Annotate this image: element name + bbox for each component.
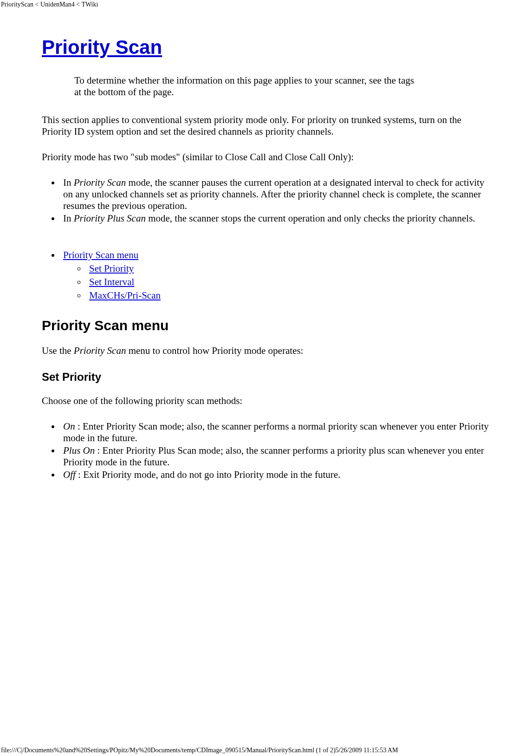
mode-list: In Priority Scan mode, the scanner pause… xyxy=(60,177,490,224)
page-title: Priority Scan xyxy=(42,36,490,59)
toc-item: Priority Scan menu Set Priority Set Inte… xyxy=(60,249,490,301)
text: In xyxy=(63,177,74,188)
text: Use the xyxy=(42,345,74,356)
method-name: Off xyxy=(63,469,76,480)
list-item: In Priority Plus Scan mode, the scanner … xyxy=(60,213,490,224)
text: : Enter Priority Scan mode; also, the sc… xyxy=(63,421,489,443)
method-name: On xyxy=(63,421,75,432)
toc-subitem: Set Priority xyxy=(86,263,490,274)
list-item: Off : Exit Priority mode, and do not go … xyxy=(60,469,490,481)
text: : Exit Priority mode, and do not go into… xyxy=(76,469,340,480)
page-content: Priority Scan To determine whether the i… xyxy=(0,8,532,508)
paragraph-submodes: Priority mode has two "sub modes" (simil… xyxy=(42,151,490,163)
heading-priority-scan-menu: Priority Scan menu xyxy=(42,318,490,333)
paragraph-applies: This section applies to conventional sys… xyxy=(42,114,490,137)
menu-name: Priority Scan xyxy=(74,345,126,356)
intro-paragraph: To determine whether the information on … xyxy=(74,75,421,98)
toc-link-maxchs[interactable]: MaxCHs/Pri-Scan xyxy=(89,290,161,301)
text: mode, the scanner pauses the current ope… xyxy=(63,177,484,211)
toc-link-priority-scan-menu[interactable]: Priority Scan menu xyxy=(63,249,138,261)
toc-subitem: MaxCHs/Pri-Scan xyxy=(86,290,490,301)
list-item: On : Enter Priority Scan mode; also, the… xyxy=(60,421,490,444)
text: : Enter Priority Plus Scan mode; also, t… xyxy=(63,445,484,468)
title-link[interactable]: Priority Scan xyxy=(42,36,162,58)
method-list: On : Enter Priority Scan mode; also, the… xyxy=(60,421,490,481)
table-of-contents: Priority Scan menu Set Priority Set Inte… xyxy=(60,249,490,301)
toc-subitem: Set Interval xyxy=(86,276,490,288)
toc-link-set-interval[interactable]: Set Interval xyxy=(89,276,134,287)
toc-sublist: Set Priority Set Interval MaxCHs/Pri-Sca… xyxy=(86,263,490,301)
text: mode, the scanner stops the current oper… xyxy=(146,213,475,224)
paragraph-use-menu: Use the Priority Scan menu to control ho… xyxy=(42,345,490,357)
heading-set-priority: Set Priority xyxy=(42,371,490,384)
browser-title: PriorityScan < UnidenMan4 < TWiki xyxy=(0,0,532,8)
list-item: In Priority Scan mode, the scanner pause… xyxy=(60,177,490,212)
text: In xyxy=(63,213,74,224)
mode-name: Priority Scan xyxy=(74,177,126,188)
paragraph-choose: Choose one of the following priority sca… xyxy=(42,395,490,407)
toc-link-set-priority[interactable]: Set Priority xyxy=(89,263,134,274)
text: menu to control how Priority mode operat… xyxy=(126,345,303,356)
method-name: Plus On xyxy=(63,445,95,456)
mode-name: Priority Plus Scan xyxy=(74,213,146,224)
list-item: Plus On : Enter Priority Plus Scan mode;… xyxy=(60,445,490,468)
